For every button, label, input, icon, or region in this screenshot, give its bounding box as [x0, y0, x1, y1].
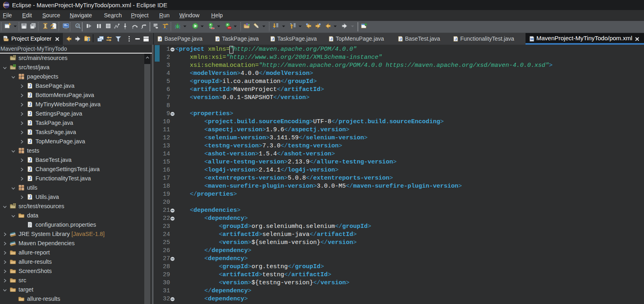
svg-text:J: J	[29, 93, 31, 97]
svg-text:J: J	[216, 37, 218, 41]
svg-text:J: J	[29, 83, 31, 88]
svg-text:J: J	[29, 157, 31, 162]
svg-text:J: J	[330, 37, 332, 41]
svg-text:J: J	[272, 37, 274, 41]
svg-text:J: J	[159, 37, 161, 41]
svg-text:M: M	[530, 37, 534, 41]
svg-text:J: J	[29, 130, 31, 134]
svg-text:J: J	[455, 37, 457, 41]
svg-text:J: J	[29, 167, 31, 172]
svg-text:J: J	[29, 176, 31, 181]
svg-text:J: J	[29, 139, 31, 144]
svg-text:J: J	[29, 102, 31, 107]
svg-text:J: J	[29, 194, 31, 199]
svg-text:J: J	[399, 37, 401, 41]
svg-text:J: J	[29, 111, 31, 116]
svg-text:J: J	[29, 120, 31, 125]
